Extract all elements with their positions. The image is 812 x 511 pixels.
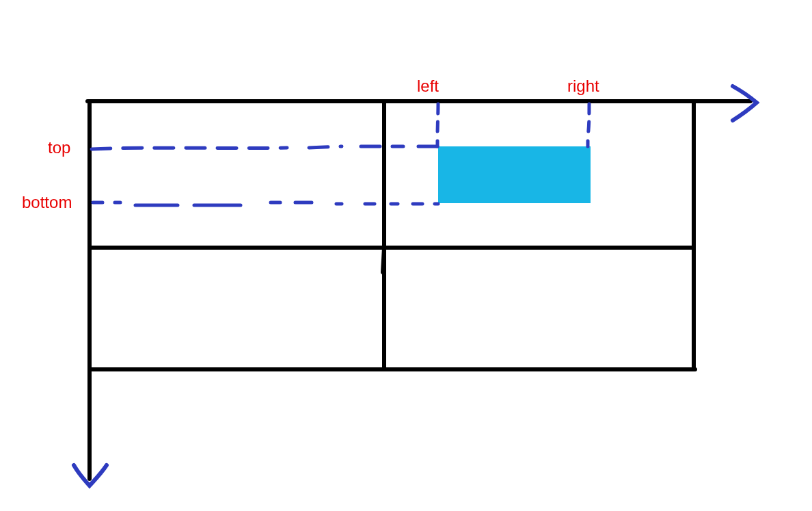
target-rect <box>438 146 591 203</box>
guide-right <box>588 104 589 146</box>
label-top: top <box>48 138 70 157</box>
grid-lines <box>87 101 750 479</box>
label-bottom: bottom <box>22 193 72 212</box>
label-right: right <box>567 77 599 96</box>
diagram-canvas: left right top bottom <box>0 0 812 511</box>
guide-left <box>437 104 438 146</box>
guide-bottom <box>93 202 438 205</box>
sketch-nub <box>383 248 384 272</box>
label-left: left <box>417 77 439 96</box>
diagram-svg <box>0 0 812 511</box>
